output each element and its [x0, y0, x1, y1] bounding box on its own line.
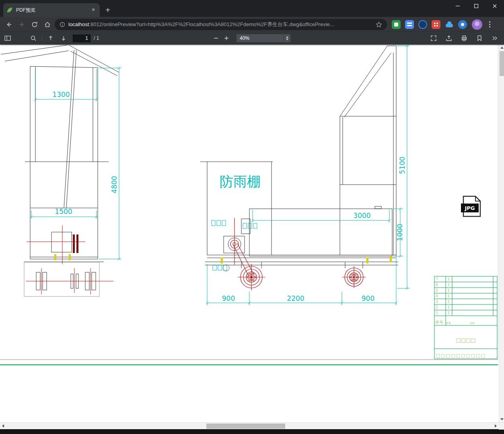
dim-label-1500: 1500 — [55, 208, 72, 216]
tb-row-num: 6 — [436, 283, 438, 287]
cloud-extension-icon[interactable] — [445, 20, 454, 29]
home-button[interactable] — [42, 19, 53, 30]
bookmark-icon[interactable] — [474, 33, 485, 43]
dim-label-4800: 4800 — [110, 176, 118, 193]
more-tools-icon[interactable] — [490, 33, 500, 43]
tb-row-num: 1 — [436, 311, 438, 315]
sidebar-toggle-icon[interactable] — [2, 33, 13, 43]
forward-button[interactable] — [16, 19, 27, 30]
url-bar[interactable]: localhost:8012/onlinePreview?url=http%3A… — [55, 19, 387, 30]
close-button[interactable] — [485, 0, 504, 12]
tb-row-num: 3 — [436, 300, 438, 304]
translate-extension-icon[interactable] — [405, 20, 414, 29]
dim-label-2200: 2200 — [287, 294, 304, 302]
browser-menu-icon[interactable] — [486, 20, 493, 29]
dim-label-5100: 5100 — [398, 156, 406, 174]
canopy-label: 防雨棚 — [220, 173, 261, 189]
scroll-up-icon[interactable] — [500, 47, 504, 49]
extensions-bar — [392, 20, 467, 29]
scroll-right-icon[interactable] — [495, 424, 497, 428]
minimize-button[interactable] — [448, 0, 467, 12]
extension-red-icon[interactable] — [432, 20, 440, 29]
tb-header-no: 序号 — [435, 320, 443, 325]
zoom-select-arrows-icon — [284, 34, 290, 42]
horizontal-scrollbar[interactable] — [0, 422, 504, 429]
zoom-out-icon[interactable] — [211, 33, 221, 43]
tb-center-text: □□□□ — [456, 337, 475, 343]
tab-strip: PDF预览 × + — [0, 0, 504, 17]
tb-header-qty: 数量 — [446, 321, 451, 324]
tb-row-qty: 1 — [447, 288, 450, 292]
next-page-icon[interactable] — [58, 33, 69, 43]
tb-row-qty: 1 — [447, 300, 450, 304]
scroll-down-icon[interactable] — [500, 418, 504, 420]
extension-blue-circle-icon[interactable] — [458, 20, 467, 29]
search-icon[interactable] — [28, 33, 39, 43]
tb-header-name: 名称 — [470, 321, 475, 325]
tb-row-num: 7 — [436, 277, 438, 281]
tb-bottom-text: □□□□□□□□□□ — [436, 353, 486, 358]
side-view — [200, 46, 398, 271]
dim-label-1300: 1300 — [52, 91, 70, 99]
extension-green-icon[interactable] — [392, 20, 401, 29]
zoom-in-icon[interactable] — [221, 33, 232, 43]
pdf-toolbar-right — [428, 33, 502, 43]
url-text[interactable]: localhost:8012/onlinePreview?url=http%3A… — [68, 21, 376, 28]
pdf-toolbar: / 1 40% — [0, 32, 504, 45]
print-icon[interactable] — [459, 33, 469, 43]
tb-row-qty: 1 — [447, 277, 450, 281]
tab-pdf-preview[interactable]: PDF预览 × — [3, 3, 100, 17]
tb-row-qty: 1 — [447, 305, 450, 309]
reload-button[interactable] — [29, 19, 40, 30]
zoom-value: 40% — [240, 35, 249, 41]
zoom-controls: 40% — [211, 32, 290, 45]
scroll-left-icon[interactable] — [2, 424, 4, 428]
scrollbar-corner — [499, 423, 504, 430]
tab-title: PDF预览 — [16, 7, 35, 14]
side-view-red — [230, 218, 366, 290]
url-rest: :8012/onlinePreview?url=http%3A%2F%2Floc… — [89, 21, 334, 27]
front-view-dims — [30, 67, 121, 260]
cad-drawing: 1300 4800 1500 — [0, 45, 499, 366]
url-host: localhost — [68, 21, 89, 27]
tb-row-qty: 1 — [447, 311, 450, 315]
tab-close-icon[interactable]: × — [90, 7, 97, 13]
tb-row-num: 4 — [436, 294, 438, 298]
side-view-yellow — [221, 256, 392, 263]
fullscreen-icon[interactable] — [428, 33, 439, 43]
browser-window: PDF预览 × + — [0, 0, 504, 434]
save-icon[interactable] — [444, 33, 454, 43]
vertical-scrollbar-thumb[interactable] — [500, 51, 504, 76]
new-tab-button[interactable]: + — [102, 4, 113, 16]
tb-row-num: 2 — [436, 305, 438, 309]
tb-row-qty: 1 — [447, 294, 450, 298]
front-view-darkred — [73, 234, 78, 253]
toolbar-divider — [42, 35, 42, 41]
window-controls — [448, 0, 504, 12]
jpg-file-icon: JPG — [461, 196, 480, 216]
window-bottom-edge — [0, 429, 504, 434]
page-number-input[interactable] — [73, 35, 91, 42]
navigation-bar: localhost:8012/onlinePreview?url=http%3A… — [0, 17, 504, 32]
back-button[interactable] — [3, 19, 14, 30]
tb-row-qty: 1 — [447, 283, 450, 287]
bookmark-star-icon[interactable] — [376, 21, 382, 28]
vertical-scrollbar[interactable] — [499, 45, 504, 422]
dim-label-900-right: 900 — [362, 294, 374, 302]
previous-page-icon[interactable] — [45, 33, 56, 43]
jpg-label: JPG — [464, 205, 475, 211]
title-block — [434, 276, 497, 359]
pdf-page: 1300 4800 1500 — [0, 45, 504, 422]
profile-avatar[interactable] — [472, 19, 482, 30]
dim-label-900-left: 900 — [222, 294, 235, 302]
info-icon[interactable] — [60, 22, 65, 27]
zoom-select[interactable]: 40% — [237, 34, 290, 42]
dim-label-3000: 3000 — [353, 212, 370, 220]
front-view — [1, 45, 119, 296]
maximize-button[interactable] — [467, 0, 485, 12]
leaf-favicon-icon — [6, 7, 13, 13]
page-total-label: / 1 — [94, 35, 99, 41]
title-block-text: 7 1 6 1 5 1 4 1 3 1 2 1 1 1 序号 数量 名称 □□□… — [435, 277, 486, 358]
extension-navy-circle-icon[interactable] — [418, 20, 427, 29]
horizontal-scrollbar-thumb[interactable] — [206, 424, 285, 429]
